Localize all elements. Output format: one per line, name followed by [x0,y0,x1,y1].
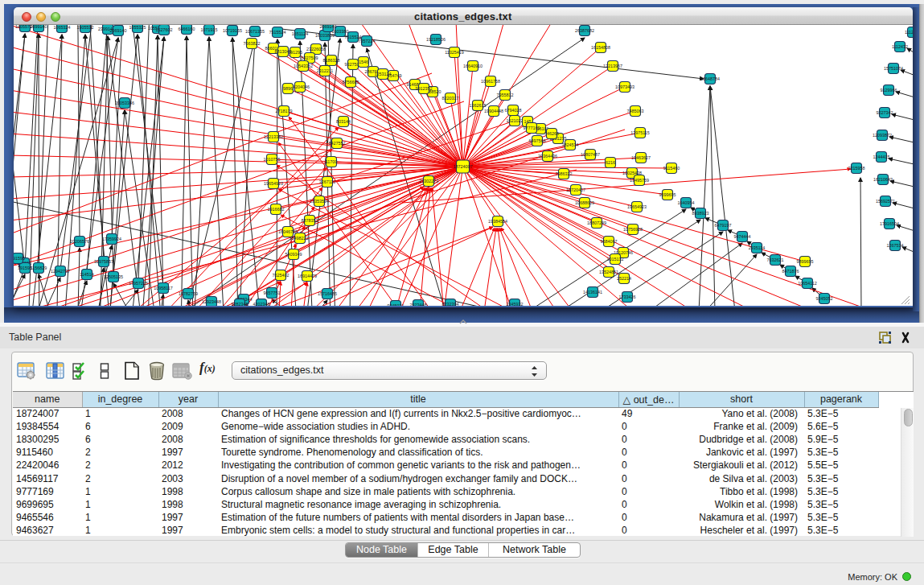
svg-text:1015132: 1015132 [607,257,624,262]
svg-text:1733426: 1733426 [619,295,636,299]
svg-text:2069140: 2069140 [110,28,127,33]
svg-text:7485063: 7485063 [627,109,644,113]
svg-text:20364436: 20364436 [538,154,557,159]
svg-text:16782759: 16782759 [179,291,198,296]
svg-text:16648784: 16648784 [700,76,720,81]
svg-text:9474444: 9474444 [734,234,751,239]
svg-text:15716485: 15716485 [318,291,337,296]
svg-text:15720407: 15720407 [566,187,585,192]
svg-text:1267534: 1267534 [887,243,904,248]
svg-text:8878352: 8878352 [302,218,318,223]
svg-text:5409349: 5409349 [285,252,302,257]
svg-text:8813045: 8813045 [275,49,292,54]
svg-text:11325419: 11325419 [445,50,464,55]
svg-text:32975857: 32975857 [94,259,113,264]
svg-text:1055325: 1055325 [129,25,146,30]
svg-text:10807487: 10807487 [581,152,600,157]
svg-text:10719155: 10719155 [223,28,242,33]
svg-text:1621022: 1621022 [507,118,524,123]
svg-text:2312211: 2312211 [317,68,334,73]
svg-text:1603380: 1603380 [332,29,349,34]
svg-text:12505135: 12505135 [104,274,123,279]
svg-text:7515524: 7515524 [269,30,286,35]
svg-text:9684067: 9684067 [601,239,618,244]
svg-text:16154808: 16154808 [591,45,610,50]
svg-text:19904448: 19904448 [484,109,503,113]
svg-text:2935114: 2935114 [749,245,766,250]
svg-text:18807249: 18807249 [587,220,606,225]
svg-text:18724007: 18724007 [454,164,473,169]
svg-text:7663822: 7663822 [244,41,261,46]
svg-text:1156829: 1156829 [31,266,47,270]
svg-text:2718179: 2718179 [276,109,293,113]
svg-text:6497568: 6497568 [529,138,546,143]
svg-text:4202348: 4202348 [253,302,270,307]
svg-text:19654923: 19654923 [264,181,283,186]
svg-text:12942737: 12942737 [51,269,70,274]
svg-text:1362615: 1362615 [470,103,487,108]
svg-text:26387682: 26387682 [575,28,594,33]
svg-text:9227342: 9227342 [877,110,893,115]
svg-text:10973493: 10973493 [615,84,634,89]
svg-text:1065324: 1065324 [54,25,71,30]
svg-text:17359924: 17359924 [102,237,121,241]
svg-text:1244415: 1244415 [873,154,890,159]
svg-text:9777169: 9777169 [524,126,540,130]
svg-text:9912352: 9912352 [416,86,433,91]
svg-text:8756685: 8756685 [343,80,359,84]
svg-text:9899695: 9899695 [797,259,814,264]
svg-text:1640954: 1640954 [678,200,695,205]
svg-text:23302273: 23302273 [419,179,438,183]
svg-text:5327509: 5327509 [302,56,318,60]
svg-text:9345021: 9345021 [388,303,405,307]
svg-text:8427552: 8427552 [329,141,346,146]
svg-text:391595: 391595 [14,256,25,261]
svg-text:3215958: 3215958 [848,166,865,171]
svg-text:1010755: 1010755 [264,157,281,162]
svg-text:13495759: 13495759 [630,178,649,183]
svg-text:11700: 11700 [326,159,338,164]
svg-text:16210643: 16210643 [873,177,893,182]
svg-text:19463627: 19463627 [631,155,651,160]
svg-text:1071915: 1071915 [201,27,218,32]
svg-text:7357224: 7357224 [359,39,376,43]
svg-text:10543362: 10543362 [294,64,313,68]
svg-text:8220317: 8220317 [442,96,459,101]
svg-text:1651124: 1651124 [292,31,309,36]
svg-text:3824534: 3824534 [562,142,579,147]
svg-text:9896: 9896 [283,86,293,91]
svg-text:9282348: 9282348 [232,302,248,307]
svg-text:1253124: 1253124 [375,72,392,76]
svg-text:9657751: 9657751 [264,290,281,295]
svg-text:7986322: 7986322 [556,171,573,176]
svg-text:114514: 114514 [80,272,94,277]
svg-text:19654923: 19654923 [627,204,647,209]
svg-text:252214: 252214 [617,276,631,281]
svg-text:1905532: 1905532 [77,25,94,30]
svg-text:9129966: 9129966 [881,88,897,93]
svg-text:2345932: 2345932 [507,302,524,307]
svg-text:17957225: 17957225 [129,281,148,286]
svg-text:10654112: 10654112 [798,281,817,286]
svg-text:8471876: 8471876 [782,269,799,274]
svg-text:9699695: 9699695 [659,192,676,197]
svg-text:1112432: 1112432 [905,30,913,35]
svg-text:10756928: 10756928 [623,227,643,232]
svg-text:2069146: 2069146 [320,25,337,29]
svg-text:7632621: 7632621 [767,257,784,262]
svg-text:5498222: 5498222 [292,236,309,241]
svg-text:803144: 803144 [336,119,351,124]
svg-text:13975115: 13975115 [630,130,650,135]
svg-text:16046788: 16046788 [278,229,298,234]
svg-text:6466160: 6466160 [179,27,195,31]
svg-text:12213382: 12213382 [264,134,283,139]
svg-text:16640910: 16640910 [463,64,483,68]
svg-text:16914479: 16914479 [298,274,317,278]
svg-text:1546: 1546 [359,60,368,64]
svg-text:10958117: 10958117 [154,286,173,290]
svg-text:19384554: 19384554 [488,219,507,224]
svg-text:6479197: 6479197 [715,223,732,228]
svg-text:13353594: 13353594 [310,199,329,204]
svg-text:10671355: 10671355 [245,29,265,34]
svg-text:12923448: 12923448 [202,299,221,304]
